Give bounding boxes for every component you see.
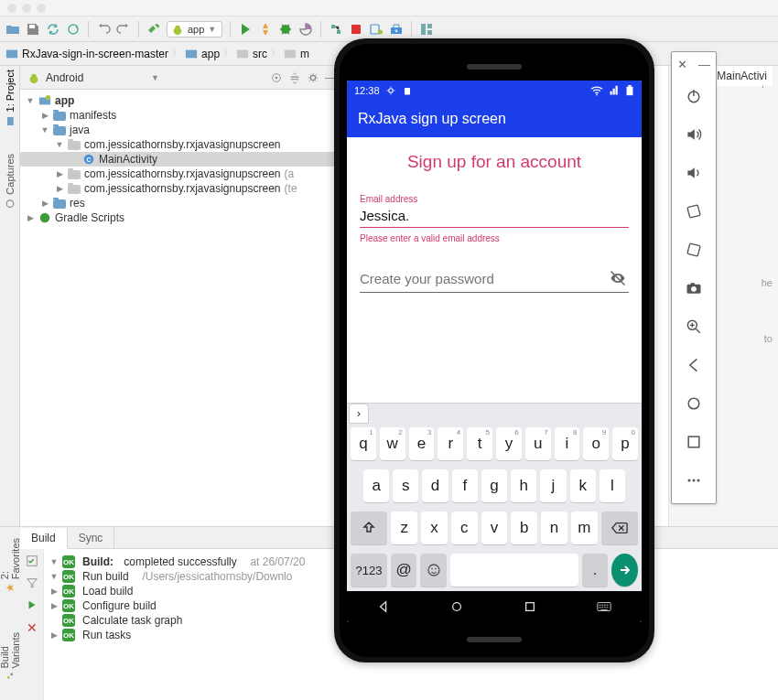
- chevron-down-icon[interactable]: ▼: [151, 73, 159, 82]
- zoom-icon[interactable]: [675, 309, 712, 344]
- breadcrumb-root[interactable]: RxJava-sign-in-screen-master: [5, 48, 168, 60]
- tree-node-gradle-scripts[interactable]: ▶Gradle Scripts: [20, 210, 343, 225]
- email-input[interactable]: [360, 204, 629, 228]
- tree-node-package-test[interactable]: ▶com.jessicathornsby.rxjavasignupscreen …: [20, 167, 343, 181]
- key-r[interactable]: r4: [438, 427, 463, 460]
- tree-node-main-activity[interactable]: CMainActivity: [20, 152, 343, 167]
- period-key[interactable]: .: [582, 554, 609, 587]
- key-f[interactable]: f: [452, 469, 478, 502]
- attach-debugger-icon[interactable]: [329, 22, 343, 37]
- emoji-key[interactable]: [420, 554, 447, 587]
- key-e[interactable]: e3: [409, 427, 435, 460]
- rotate-left-icon[interactable]: [675, 194, 712, 229]
- emulator-screen[interactable]: 12:38 RxJava sign up screen Sign up for …: [347, 81, 642, 622]
- checklist-icon[interactable]: [26, 555, 38, 567]
- traffic-light-close[interactable]: [7, 4, 16, 13]
- power-icon[interactable]: [675, 79, 712, 113]
- overview-icon[interactable]: [675, 425, 712, 459]
- key-v[interactable]: v: [481, 512, 508, 544]
- keyboard-icon[interactable]: [597, 601, 611, 612]
- back-icon[interactable]: [675, 348, 712, 382]
- key-o[interactable]: o9: [583, 427, 609, 460]
- tree-node-manifests[interactable]: ▶manifests: [20, 108, 343, 123]
- tool-tab-project[interactable]: 1: Project: [5, 70, 16, 126]
- key-p[interactable]: p0: [612, 427, 638, 460]
- keyboard-expand-icon[interactable]: ›: [349, 404, 369, 424]
- avd-manager-icon[interactable]: [369, 22, 384, 37]
- project-view-selector[interactable]: Android: [46, 71, 146, 84]
- debug-icon[interactable]: [278, 22, 293, 37]
- traffic-light-minimize[interactable]: [22, 4, 31, 13]
- key-u[interactable]: u7: [525, 427, 551, 460]
- nav-recent-icon[interactable]: [524, 600, 536, 613]
- key-g[interactable]: g: [481, 469, 507, 502]
- nav-home-icon[interactable]: [450, 600, 463, 613]
- key-t[interactable]: t5: [467, 427, 492, 460]
- volume-down-icon[interactable]: [675, 156, 712, 190]
- sync-icon[interactable]: [46, 22, 60, 37]
- refresh-icon[interactable]: [66, 22, 81, 37]
- more-icon[interactable]: [675, 463, 712, 498]
- visibility-off-icon[interactable]: [609, 269, 627, 287]
- minimize-icon[interactable]: —: [698, 58, 710, 71]
- apply-changes-icon[interactable]: [258, 22, 273, 37]
- key-j[interactable]: j: [540, 469, 566, 502]
- volume-up-icon[interactable]: [675, 117, 712, 152]
- tree-node-res[interactable]: ▶res: [20, 196, 343, 210]
- undo-icon[interactable]: [96, 22, 111, 37]
- target-icon[interactable]: [270, 71, 283, 84]
- tree-node-app[interactable]: ▼app: [20, 93, 343, 108]
- at-key[interactable]: @: [391, 554, 417, 587]
- tree-node-package-androidtest[interactable]: ▶com.jessicathornsby.rxjavasignupscreen …: [20, 181, 343, 196]
- key-s[interactable]: s: [393, 469, 418, 502]
- key-k[interactable]: k: [570, 469, 596, 502]
- key-h[interactable]: h: [511, 469, 536, 502]
- key-n[interactable]: n: [541, 512, 567, 544]
- run-config-selector[interactable]: app ▼: [167, 21, 222, 38]
- key-x[interactable]: x: [421, 512, 448, 544]
- symbols-key[interactable]: ?123: [351, 554, 387, 587]
- open-icon[interactable]: [5, 22, 20, 37]
- breadcrumb-m[interactable]: m: [284, 48, 309, 60]
- rotate-right-icon[interactable]: [675, 232, 712, 267]
- rerun-icon[interactable]: [26, 598, 38, 611]
- tab-sync[interactable]: Sync: [68, 528, 115, 549]
- password-input[interactable]: [360, 267, 629, 293]
- breadcrumb-src[interactable]: src: [236, 48, 267, 60]
- key-y[interactable]: y6: [496, 427, 522, 460]
- hammer-icon[interactable]: [146, 22, 161, 37]
- tool-tab-captures[interactable]: Captures: [5, 154, 16, 210]
- tool-tab-build-variants[interactable]: Build Variants: [0, 629, 21, 680]
- backspace-key[interactable]: [601, 512, 638, 544]
- key-i[interactable]: i8: [555, 427, 580, 460]
- gear-icon[interactable]: [307, 71, 319, 84]
- key-z[interactable]: z: [391, 512, 417, 544]
- filter-icon[interactable]: [26, 576, 38, 589]
- collapse-icon[interactable]: [288, 71, 301, 84]
- key-q[interactable]: q1: [351, 427, 376, 460]
- save-all-icon[interactable]: [26, 22, 40, 37]
- traffic-light-zoom[interactable]: [37, 4, 46, 13]
- close-icon[interactable]: ✕: [677, 58, 687, 71]
- key-b[interactable]: b: [511, 512, 537, 544]
- redo-icon[interactable]: [116, 22, 131, 37]
- shift-key[interactable]: [351, 512, 387, 544]
- key-w[interactable]: w2: [380, 427, 405, 460]
- tree-node-java[interactable]: ▼java: [20, 123, 343, 137]
- key-c[interactable]: c: [451, 512, 478, 544]
- key-a[interactable]: a: [363, 469, 389, 502]
- key-l[interactable]: l: [600, 469, 625, 502]
- tab-build[interactable]: Build: [20, 528, 68, 549]
- run-icon[interactable]: [238, 22, 253, 37]
- layout-inspector-icon[interactable]: [419, 22, 434, 37]
- nav-back-icon[interactable]: [377, 600, 390, 613]
- profile-icon[interactable]: [298, 22, 313, 37]
- space-key[interactable]: [450, 554, 578, 587]
- close-icon[interactable]: ✕: [27, 620, 38, 635]
- sdk-manager-icon[interactable]: [389, 22, 404, 37]
- stop-icon[interactable]: [349, 22, 363, 37]
- tree-node-package[interactable]: ▼com.jessicathornsby.rxjavasignupscreen: [20, 137, 343, 152]
- key-m[interactable]: m: [571, 512, 598, 544]
- tool-tab-favorites[interactable]: 2: Favorites: [0, 536, 21, 592]
- key-d[interactable]: d: [422, 469, 448, 502]
